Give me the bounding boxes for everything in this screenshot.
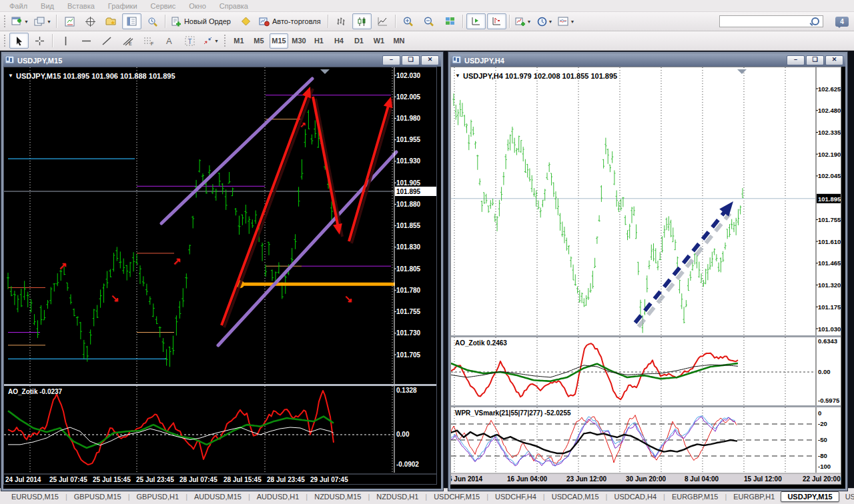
chart-tab-gbpusd-h1[interactable]: GBPUSD,H1 bbox=[131, 491, 185, 502]
vline-icon bbox=[63, 36, 69, 46]
templates-button[interactable]: ▼ bbox=[556, 13, 576, 29]
svg-text:102.335: 102.335 bbox=[818, 129, 841, 136]
chart-tab-nzdusd-m15[interactable]: NZDUSD,M15 bbox=[308, 491, 367, 502]
pane-separator[interactable] bbox=[450, 405, 841, 407]
chart-tab-nzdusd-h1[interactable]: NZDUSD,H1 bbox=[370, 491, 424, 502]
chart-tab-eurgbp-m15[interactable]: EURGBP,M15 bbox=[666, 491, 725, 502]
search-input[interactable] bbox=[719, 15, 823, 27]
chart-canvas-usdjpy-m15[interactable]: ↗↗↘↘↗↗↗↗↘↘102.030102.005101.980101.95510… bbox=[3, 67, 437, 485]
toolbar-grip[interactable] bbox=[3, 34, 7, 47]
arrows-tool[interactable]: ▼ bbox=[201, 33, 221, 49]
bar-chart-button[interactable] bbox=[332, 13, 351, 29]
menu-item-2[interactable]: Вставка bbox=[61, 1, 101, 11]
menu-item-0[interactable]: Файл bbox=[3, 1, 34, 11]
svg-text:28 Jul 23:45: 28 Jul 23:45 bbox=[267, 476, 305, 483]
ohlc-info-label: USDJPY,H4 101.979 102.008 101.855 101.89… bbox=[463, 72, 617, 80]
menu-item-4[interactable]: Сервис bbox=[144, 1, 183, 11]
window-titlebar[interactable]: USDJPY,M15 – ❑ ✕ bbox=[3, 54, 441, 67]
fibo-tool[interactable]: F bbox=[139, 33, 158, 49]
svg-text:↘: ↘ bbox=[344, 293, 353, 304]
navigator-button[interactable] bbox=[101, 13, 121, 29]
toolbar-separator bbox=[509, 15, 510, 28]
chart-tab-usdchf-h4[interactable]: USDCHF,H4 bbox=[489, 491, 542, 502]
vline-tool[interactable] bbox=[56, 33, 75, 49]
zoom-in-button[interactable] bbox=[399, 13, 418, 29]
menu-item-1[interactable]: Вид bbox=[34, 1, 61, 11]
autoscroll-button[interactable] bbox=[466, 13, 486, 29]
tile-windows-button[interactable] bbox=[440, 13, 460, 29]
close-button[interactable]: ✕ bbox=[825, 55, 843, 65]
window-titlebar[interactable]: USDJPY,H4 – ❑ ✕ bbox=[450, 54, 845, 67]
menu-item-3[interactable]: Графики bbox=[101, 1, 144, 11]
zoom-out-button[interactable] bbox=[420, 13, 439, 29]
new-order-button[interactable]: Новый Ордер bbox=[169, 13, 235, 29]
maximize-button[interactable]: ❑ bbox=[402, 55, 420, 65]
svg-text:101.465: 101.465 bbox=[818, 259, 841, 267]
chart-tab-usdjpy-m15[interactable]: USDJPY,M15 bbox=[781, 491, 839, 502]
data-window-button[interactable] bbox=[81, 13, 100, 29]
timeframe-H1[interactable]: H1 bbox=[310, 33, 328, 49]
notifications-badge[interactable]: 4 bbox=[835, 17, 849, 27]
minimize-button[interactable]: – bbox=[787, 55, 805, 65]
menu-item-6[interactable]: Справка bbox=[213, 1, 255, 11]
toolbar-separator bbox=[395, 15, 396, 28]
fibo-icon: F bbox=[143, 36, 154, 46]
chart-tab-usdcad-h4[interactable]: USDCAD,H4 bbox=[608, 491, 663, 502]
toolbar-grip[interactable] bbox=[224, 34, 227, 47]
chart-tab-gbpusd-m15[interactable]: GBPUSD,M15 bbox=[68, 491, 127, 502]
menu-item-5[interactable]: Окно bbox=[182, 1, 213, 11]
timeframe-H4[interactable]: H4 bbox=[330, 33, 348, 49]
autotrading-button[interactable]: Авто-торговля bbox=[257, 13, 325, 29]
pane-separator[interactable] bbox=[3, 384, 436, 386]
pane-separator[interactable] bbox=[450, 335, 841, 337]
trendline-tool[interactable] bbox=[97, 33, 117, 49]
toolbar-grip[interactable] bbox=[3, 15, 7, 28]
cursor-tool[interactable] bbox=[9, 33, 29, 49]
minimize-button[interactable]: – bbox=[382, 55, 400, 65]
crosshair-tool[interactable] bbox=[30, 33, 49, 49]
metaeditor-button[interactable] bbox=[236, 13, 256, 29]
svg-text:101.780: 101.780 bbox=[396, 287, 421, 294]
timeframe-W1[interactable]: W1 bbox=[370, 33, 388, 49]
hline-tool[interactable] bbox=[77, 33, 96, 49]
candles-button[interactable] bbox=[352, 13, 372, 29]
chart-tab-eurusd-m15[interactable]: EURUSD,M15 bbox=[5, 491, 65, 502]
tester-icon bbox=[147, 17, 157, 27]
label-tool[interactable]: T bbox=[180, 33, 199, 49]
timeframe-D1[interactable]: D1 bbox=[350, 33, 368, 49]
strategy-tester-button[interactable] bbox=[143, 13, 162, 29]
new-chart-button[interactable]: ▼ bbox=[9, 13, 31, 29]
close-button[interactable]: ✕ bbox=[421, 55, 439, 65]
profiles-button[interactable]: ▼ bbox=[32, 13, 53, 29]
market-watch-button[interactable] bbox=[60, 13, 79, 29]
chart-tab-audusd-h1[interactable]: AUDUSD,H1 bbox=[251, 491, 306, 502]
svg-text:-80: -80 bbox=[818, 452, 827, 459]
maximize-button[interactable]: ❑ bbox=[806, 55, 824, 65]
chart-shift-button[interactable] bbox=[487, 13, 506, 29]
timeframe-MN[interactable]: MN bbox=[390, 33, 408, 49]
terminal-button[interactable] bbox=[122, 13, 141, 29]
line-chart-button[interactable] bbox=[373, 13, 392, 29]
search-icon[interactable] bbox=[811, 17, 819, 25]
svg-text:A: A bbox=[166, 36, 172, 45]
periods-button[interactable]: ▼ bbox=[535, 13, 555, 29]
chart-tab-usdcad-m15[interactable]: USDCAD,M15 bbox=[546, 491, 605, 502]
channel-tool[interactable]: E bbox=[118, 33, 137, 49]
timeframe-M1[interactable]: M1 bbox=[230, 33, 248, 49]
chart-tab-usdchf-m15[interactable]: USDCHF,M15 bbox=[428, 491, 486, 502]
symbol-menu-arrow[interactable]: ▼ bbox=[455, 73, 460, 79]
chart-canvas-usdjpy-h4[interactable]: 102.625102.480102.335102.190102.045101.7… bbox=[450, 67, 841, 485]
text-tool[interactable]: A bbox=[159, 33, 179, 49]
metaeditor-icon bbox=[241, 17, 251, 26]
timeframe-M15[interactable]: M15 bbox=[270, 33, 288, 49]
chart-tab-eurgbp-h1[interactable]: EURGBP,H1 bbox=[727, 491, 781, 502]
trend-icon bbox=[102, 36, 112, 46]
indicators-button[interactable]: ▼ bbox=[513, 13, 534, 29]
timeframe-M5[interactable]: M5 bbox=[250, 33, 268, 49]
indicator-name-label: WPR_VSmark(21|55|77|277) -52.0255 bbox=[455, 409, 571, 417]
symbol-menu-arrow[interactable]: ▼ bbox=[8, 73, 13, 79]
timeframe-M30[interactable]: M30 bbox=[290, 33, 308, 49]
chart-tab-audusd-m15[interactable]: AUDUSD,M15 bbox=[188, 491, 248, 502]
svg-text:0: 0 bbox=[818, 409, 821, 417]
chart-tab-usdjpy-h4[interactable]: USDJPY,H4 bbox=[839, 491, 854, 502]
